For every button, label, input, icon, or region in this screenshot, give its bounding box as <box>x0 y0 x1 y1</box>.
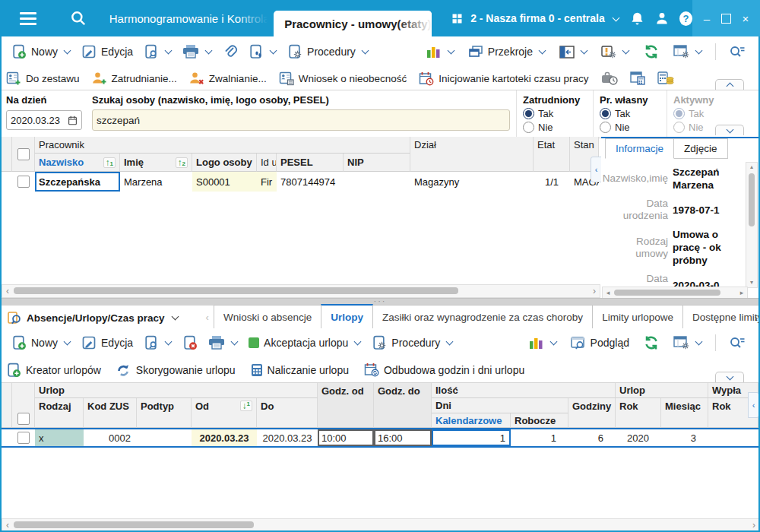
advanced-search-button[interactable] <box>724 43 751 61</box>
preview-urlop-button[interactable] <box>138 333 177 353</box>
select-all-checkbox[interactable] <box>17 148 30 160</box>
cell-kalendarzowe[interactable]: 1 <box>432 429 511 446</box>
column-header-nip[interactable]: NIP <box>344 154 410 172</box>
tab-limity-urlopowe[interactable]: Limity urlopowe <box>592 305 683 328</box>
tab-urlopy[interactable]: Urlopy <box>321 304 373 328</box>
grid-settings-urlopy-button[interactable] <box>668 334 708 352</box>
views-button[interactable]: Przekroje <box>463 43 551 61</box>
cell-dzial[interactable]: Magazyny <box>410 172 534 192</box>
column-header-robocze[interactable]: Robocze <box>511 413 568 428</box>
panel-layout-button[interactable] <box>554 43 593 61</box>
scroll-thumb[interactable] <box>14 287 458 294</box>
new-button[interactable]: Nowy <box>6 42 76 62</box>
refresh-urlopy-button[interactable] <box>638 333 665 353</box>
scroll-thumb[interactable] <box>614 290 720 296</box>
attachments-button[interactable] <box>217 42 243 62</box>
refresh-button[interactable] <box>638 42 665 62</box>
scroll-thumb[interactable] <box>749 173 755 226</box>
preview-doc-button[interactable] <box>138 42 177 62</box>
grid-settings-button[interactable] <box>668 43 708 61</box>
info-panel-vscrollbar[interactable]: ▴ ▾ <box>746 162 758 288</box>
column-header-dzial[interactable]: Dział <box>410 137 534 172</box>
company-selector[interactable]: 2 - Nasza firma 0 - centrala <box>470 12 619 24</box>
maximize-button[interactable] <box>721 14 731 24</box>
user-profile-icon[interactable] <box>655 11 669 25</box>
history-steps-button[interactable] <box>243 42 282 62</box>
scroll-left-icon[interactable]: ‹ <box>2 521 13 530</box>
select-all-checkbox[interactable] <box>17 413 30 425</box>
column-header-rok[interactable]: Rok <box>616 398 661 428</box>
cell-miesiac[interactable]: 3 <box>661 429 708 446</box>
column-header-godziny[interactable]: Godziny <box>568 398 616 428</box>
radio-zatrudniony-tak[interactable]: Tak <box>523 108 587 119</box>
tab-zdjecie[interactable]: Zdjęcie <box>673 138 728 159</box>
cell-id-u[interactable]: Fir <box>257 172 277 192</box>
tab-dostepne-limity[interactable]: Dostępne limity ur <box>682 305 760 328</box>
cell-logo-osoby[interactable]: S00001 <box>192 172 257 192</box>
column-header-imie[interactable]: Imię ↑2 <box>120 154 192 172</box>
collapse-info-panel-button[interactable]: ‹ <box>591 157 602 182</box>
column-header-od[interactable]: Od ↓1 <box>192 398 257 428</box>
section-selector[interactable]: Absencje/Urlopy/Czas pracy <box>0 311 186 328</box>
employee-table-row[interactable]: Szczepańska Marzena S00001 Fir 780714497… <box>2 172 599 192</box>
tabs-scroll-right-icon[interactable]: › <box>755 312 758 324</box>
cell-kod-zus[interactable]: 0002 <box>84 429 137 446</box>
work-time-button[interactable] <box>601 71 618 85</box>
person-search-input[interactable]: szczepań <box>92 109 510 131</box>
cell-godz-do[interactable]: 16:00 <box>374 429 432 446</box>
chart-button[interactable] <box>421 43 460 61</box>
cell-rok-wyplata[interactable] <box>708 429 758 446</box>
minimize-button[interactable]: – <box>698 12 715 25</box>
delete-urlop-button[interactable] <box>177 333 203 353</box>
column-header-logo-osoby[interactable]: Logo osoby <box>192 154 257 172</box>
column-header-rodzaj[interactable]: Rodzaj <box>35 398 84 428</box>
column-header-kod-zus[interactable]: Kod ZUS <box>84 398 137 428</box>
cell-godziny[interactable]: 6 <box>568 429 616 446</box>
add-to-set-button[interactable]: Do zestawu <box>6 71 80 86</box>
calculate-urlop-button[interactable]: Naliczanie urlopu <box>251 363 349 377</box>
cell-nip[interactable] <box>344 172 410 192</box>
edit-button[interactable]: Edycja <box>76 42 138 62</box>
help-icon[interactable]: ? <box>679 11 692 26</box>
print-button[interactable] <box>177 42 217 62</box>
scroll-left-icon[interactable]: ‹ <box>2 287 13 296</box>
tab-informacje[interactable]: Informacje <box>605 138 674 159</box>
row-checkbox[interactable] <box>17 176 30 188</box>
cell-godz-od[interactable]: 10:00 <box>318 429 374 446</box>
init-time-card-button[interactable]: Inicjowanie kartoteki czasu pracy <box>419 71 588 86</box>
cell-rodzaj[interactable]: x <box>35 429 84 446</box>
close-button[interactable]: × <box>737 12 754 25</box>
column-header-miesiac[interactable]: Miesiąc <box>661 398 708 428</box>
cell-rok[interactable]: 2020 <box>616 429 661 446</box>
cell-etat[interactable]: 1/1 <box>534 172 570 192</box>
column-header-do[interactable]: Do <box>257 398 318 428</box>
new-urlop-button[interactable]: Nowy <box>6 333 76 353</box>
scroll-left-icon[interactable]: ◂ <box>603 290 613 296</box>
column-header-etat[interactable]: Etat <box>534 137 570 172</box>
scroll-right-icon[interactable]: › <box>589 287 600 296</box>
table-calc-button[interactable] <box>630 71 645 85</box>
preview-window-button[interactable]: Podgląd <box>565 334 635 352</box>
rebuild-hours-button[interactable]: Odbudowa godzin i dni urlopu <box>364 363 524 377</box>
scroll-up-icon[interactable]: ▴ <box>750 164 753 170</box>
tab-wnioski-o-absencje[interactable]: Wnioski o absencje <box>214 305 321 328</box>
hamburger-menu-icon[interactable] <box>20 12 36 25</box>
alerts-settings-button[interactable] <box>596 43 635 61</box>
chart-urlop-button[interactable] <box>524 334 562 352</box>
scroll-down-icon[interactable]: ▾ <box>750 280 753 286</box>
collapse-toolbar-button[interactable] <box>715 79 744 90</box>
column-header-pesel[interactable]: PESEL <box>277 154 344 172</box>
search-icon[interactable] <box>70 10 87 27</box>
cell-imie[interactable]: Marzena <box>120 172 192 192</box>
radio-pr-wlasny-nie[interactable]: Nie <box>600 122 660 133</box>
payroll-calc-button[interactable] <box>657 71 674 85</box>
cell-od[interactable]: 2020.03.23 <box>192 429 257 446</box>
column-header-nazwisko[interactable]: Nazwisko ↑1 <box>35 154 120 172</box>
collapse-urlopy-toolbar-button[interactable] <box>715 372 744 382</box>
cell-robocze[interactable]: 1 <box>511 429 568 446</box>
cell-pesel[interactable]: 7807144974 <box>277 172 344 192</box>
notifications-bell-icon[interactable] <box>630 11 644 26</box>
date-input[interactable]: 2020.03.23 <box>6 110 82 130</box>
row-checkbox[interactable] <box>17 432 30 444</box>
column-header-godz-od[interactable]: Godz. od <box>318 383 374 428</box>
